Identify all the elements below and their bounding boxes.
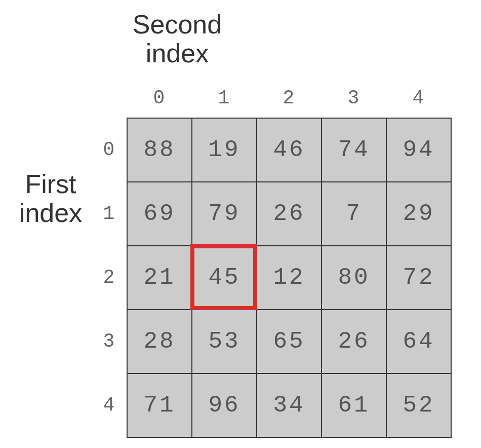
row-header-2: 2 [99, 245, 119, 309]
second-index-text-line1: Secondindex [133, 10, 222, 68]
row-header-0: 0 [99, 118, 119, 181]
grid-area: 88 19 46 74 94 69 79 26 7 29 21 45 12 80… [127, 118, 452, 438]
cell-3-4: 64 [386, 310, 451, 374]
first-index-label: Firstindex [10, 170, 91, 228]
cell-2-2: 12 [257, 246, 322, 310]
cell-2-0: 21 [127, 246, 192, 310]
cell-1-1: 79 [192, 182, 257, 246]
table-row: 88 19 46 74 94 [127, 118, 451, 182]
cell-0-2: 46 [257, 118, 322, 182]
cell-2-1: 45 [192, 246, 257, 310]
cell-4-3: 61 [322, 374, 386, 437]
cell-1-4: 29 [386, 182, 451, 246]
cell-0-4: 94 [386, 118, 451, 182]
cell-4-1: 96 [192, 374, 257, 437]
cell-1-3: 7 [322, 182, 386, 246]
cell-4-0: 71 [127, 374, 192, 437]
cell-1-2: 26 [257, 182, 322, 246]
cell-1-0: 69 [127, 182, 192, 246]
cell-0-3: 74 [322, 118, 386, 182]
table-row: 71 96 34 61 52 [127, 374, 451, 437]
table-row: 69 79 26 7 29 [127, 182, 451, 246]
col-header-4: 4 [386, 87, 451, 109]
first-index-text: Firstindex [19, 169, 82, 228]
col-header-1: 1 [191, 87, 256, 109]
cell-0-0: 88 [127, 118, 192, 182]
cell-2-4: 72 [386, 246, 451, 310]
cell-4-4: 52 [386, 374, 451, 437]
column-headers: 0 1 2 3 4 [127, 87, 451, 109]
cell-4-2: 34 [257, 374, 322, 437]
row-header-4: 4 [99, 373, 119, 437]
array-grid: 88 19 46 74 94 69 79 26 7 29 21 45 12 80… [127, 118, 452, 438]
table-row: 21 45 12 80 72 [127, 246, 451, 310]
row-header-1: 1 [99, 181, 119, 245]
row-headers: 0 1 2 3 4 [99, 118, 119, 437]
cell-3-3: 26 [322, 310, 386, 374]
second-index-label: Secondindex [114, 10, 240, 68]
col-header-3: 3 [321, 87, 386, 109]
col-header-2: 2 [256, 87, 321, 109]
cell-3-1: 53 [192, 310, 257, 374]
cell-3-0: 28 [127, 310, 192, 374]
col-header-0: 0 [127, 87, 191, 109]
table-row: 28 53 65 26 64 [127, 310, 451, 374]
cell-0-1: 19 [192, 118, 257, 182]
row-header-3: 3 [99, 309, 119, 373]
cell-3-2: 65 [257, 310, 322, 374]
cell-2-3: 80 [322, 246, 386, 310]
